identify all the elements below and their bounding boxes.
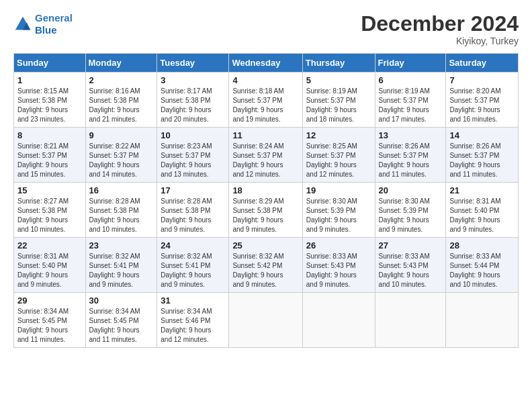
day-number: 8 [17, 130, 82, 140]
calendar-cell: 25Sunrise: 8:32 AMSunset: 5:42 PMDayligh… [229, 238, 302, 293]
day-number: 9 [89, 130, 154, 140]
calendar-cell: 15Sunrise: 8:27 AMSunset: 5:38 PMDayligh… [14, 183, 86, 238]
day-info: Sunrise: 8:17 AMSunset: 5:38 PMDaylight:… [161, 87, 225, 124]
day-info: Sunrise: 8:22 AMSunset: 5:37 PMDaylight:… [89, 142, 154, 179]
day-number: 16 [89, 185, 154, 195]
day-info: Sunrise: 8:25 AMSunset: 5:37 PMDaylight:… [306, 142, 371, 179]
calendar-cell: 30Sunrise: 8:34 AMSunset: 5:45 PMDayligh… [85, 293, 157, 348]
calendar-cell: 18Sunrise: 8:29 AMSunset: 5:38 PMDayligh… [229, 183, 302, 238]
day-number: 31 [161, 295, 225, 306]
day-info: Sunrise: 8:33 AMSunset: 5:44 PMDaylight:… [449, 252, 515, 289]
day-info: Sunrise: 8:34 AMSunset: 5:46 PMDaylight:… [161, 307, 225, 345]
calendar-cell: 4Sunrise: 8:18 AMSunset: 5:37 PMDaylight… [229, 73, 302, 128]
page: General Blue December 2024 Kiyikoy, Turk… [0, 0, 532, 411]
day-info: Sunrise: 8:31 AMSunset: 5:40 PMDaylight:… [449, 197, 515, 234]
column-header-thursday: Thursday [302, 54, 375, 73]
day-number: 3 [161, 75, 225, 85]
day-info: Sunrise: 8:19 AMSunset: 5:37 PMDaylight:… [306, 87, 371, 124]
day-number: 18 [232, 185, 298, 195]
day-number: 13 [379, 130, 443, 140]
column-header-friday: Friday [375, 54, 446, 73]
day-number: 27 [379, 240, 443, 250]
day-info: Sunrise: 8:32 AMSunset: 5:41 PMDaylight:… [89, 252, 154, 289]
calendar-cell [302, 293, 375, 348]
calendar-cell: 9Sunrise: 8:22 AMSunset: 5:37 PMDaylight… [85, 128, 157, 183]
calendar-cell: 29Sunrise: 8:34 AMSunset: 5:45 PMDayligh… [14, 293, 86, 348]
day-number: 4 [232, 75, 298, 85]
calendar-cell: 21Sunrise: 8:31 AMSunset: 5:40 PMDayligh… [446, 183, 519, 238]
column-header-saturday: Saturday [446, 54, 519, 73]
day-info: Sunrise: 8:27 AMSunset: 5:38 PMDaylight:… [17, 197, 82, 234]
day-info: Sunrise: 8:26 AMSunset: 5:37 PMDaylight:… [379, 142, 443, 179]
week-row-5: 29Sunrise: 8:34 AMSunset: 5:45 PMDayligh… [14, 293, 519, 348]
calendar-cell: 23Sunrise: 8:32 AMSunset: 5:41 PMDayligh… [85, 238, 157, 293]
day-number: 5 [306, 75, 371, 85]
day-info: Sunrise: 8:28 AMSunset: 5:38 PMDaylight:… [161, 197, 225, 234]
calendar-cell [446, 293, 519, 348]
column-header-tuesday: Tuesday [157, 54, 229, 73]
calendar-cell: 11Sunrise: 8:24 AMSunset: 5:37 PMDayligh… [229, 128, 302, 183]
week-row-3: 15Sunrise: 8:27 AMSunset: 5:38 PMDayligh… [14, 183, 519, 238]
day-number: 2 [89, 75, 154, 85]
day-number: 21 [449, 185, 515, 195]
calendar-cell: 3Sunrise: 8:17 AMSunset: 5:38 PMDaylight… [157, 73, 229, 128]
day-number: 23 [89, 240, 154, 250]
day-number: 12 [306, 130, 371, 140]
day-number: 10 [161, 130, 225, 140]
day-info: Sunrise: 8:33 AMSunset: 5:43 PMDaylight:… [306, 252, 371, 289]
day-number: 1 [17, 75, 82, 85]
calendar-cell: 16Sunrise: 8:28 AMSunset: 5:38 PMDayligh… [85, 183, 157, 238]
calendar-cell: 7Sunrise: 8:20 AMSunset: 5:37 PMDaylight… [446, 73, 519, 128]
month-title: December 2024 [361, 12, 519, 36]
day-info: Sunrise: 8:32 AMSunset: 5:41 PMDaylight:… [161, 252, 225, 289]
day-info: Sunrise: 8:19 AMSunset: 5:37 PMDaylight:… [379, 87, 443, 124]
day-info: Sunrise: 8:23 AMSunset: 5:37 PMDaylight:… [161, 142, 225, 179]
day-number: 26 [306, 240, 371, 250]
calendar-cell: 31Sunrise: 8:34 AMSunset: 5:46 PMDayligh… [157, 293, 229, 348]
day-info: Sunrise: 8:24 AMSunset: 5:37 PMDaylight:… [232, 142, 298, 179]
day-info: Sunrise: 8:34 AMSunset: 5:45 PMDaylight:… [89, 307, 154, 345]
calendar-cell: 10Sunrise: 8:23 AMSunset: 5:37 PMDayligh… [157, 128, 229, 183]
column-header-sunday: Sunday [14, 54, 86, 73]
day-info: Sunrise: 8:29 AMSunset: 5:38 PMDaylight:… [232, 197, 298, 234]
calendar-table: SundayMondayTuesdayWednesdayThursdayFrid… [13, 53, 519, 348]
title-block: December 2024 Kiyikoy, Turkey [361, 12, 519, 46]
week-row-2: 8Sunrise: 8:21 AMSunset: 5:37 PMDaylight… [14, 128, 519, 183]
day-info: Sunrise: 8:26 AMSunset: 5:37 PMDaylight:… [449, 142, 515, 179]
day-info: Sunrise: 8:16 AMSunset: 5:38 PMDaylight:… [89, 87, 154, 124]
day-number: 11 [232, 130, 298, 140]
day-number: 7 [449, 75, 515, 85]
calendar-cell: 19Sunrise: 8:30 AMSunset: 5:39 PMDayligh… [302, 183, 375, 238]
logo-icon [13, 15, 32, 34]
day-number: 6 [379, 75, 443, 85]
calendar-cell: 6Sunrise: 8:19 AMSunset: 5:37 PMDaylight… [375, 73, 446, 128]
day-info: Sunrise: 8:15 AMSunset: 5:38 PMDaylight:… [17, 87, 82, 124]
calendar-cell: 27Sunrise: 8:33 AMSunset: 5:43 PMDayligh… [375, 238, 446, 293]
day-info: Sunrise: 8:33 AMSunset: 5:43 PMDaylight:… [379, 252, 443, 289]
calendar-cell: 8Sunrise: 8:21 AMSunset: 5:37 PMDaylight… [14, 128, 86, 183]
calendar-cell: 17Sunrise: 8:28 AMSunset: 5:38 PMDayligh… [157, 183, 229, 238]
calendar-cell: 2Sunrise: 8:16 AMSunset: 5:38 PMDaylight… [85, 73, 157, 128]
calendar-cell: 14Sunrise: 8:26 AMSunset: 5:37 PMDayligh… [446, 128, 519, 183]
day-info: Sunrise: 8:21 AMSunset: 5:37 PMDaylight:… [17, 142, 82, 179]
calendar-cell: 13Sunrise: 8:26 AMSunset: 5:37 PMDayligh… [375, 128, 446, 183]
day-number: 17 [161, 185, 225, 195]
day-info: Sunrise: 8:32 AMSunset: 5:42 PMDaylight:… [232, 252, 298, 289]
day-number: 20 [379, 185, 443, 195]
calendar-cell: 24Sunrise: 8:32 AMSunset: 5:41 PMDayligh… [157, 238, 229, 293]
day-number: 25 [232, 240, 298, 250]
day-number: 14 [449, 130, 515, 140]
column-header-wednesday: Wednesday [229, 54, 302, 73]
day-number: 29 [17, 295, 82, 306]
column-header-monday: Monday [85, 54, 157, 73]
day-info: Sunrise: 8:28 AMSunset: 5:38 PMDaylight:… [89, 197, 154, 234]
calendar-cell: 28Sunrise: 8:33 AMSunset: 5:44 PMDayligh… [446, 238, 519, 293]
calendar-cell: 20Sunrise: 8:30 AMSunset: 5:39 PMDayligh… [375, 183, 446, 238]
calendar-cell [375, 293, 446, 348]
week-row-4: 22Sunrise: 8:31 AMSunset: 5:40 PMDayligh… [14, 238, 519, 293]
logo-text: General Blue [35, 12, 73, 36]
day-number: 24 [161, 240, 225, 250]
header: General Blue December 2024 Kiyikoy, Turk… [13, 12, 519, 46]
logo: General Blue [13, 12, 73, 36]
calendar-cell: 5Sunrise: 8:19 AMSunset: 5:37 PMDaylight… [302, 73, 375, 128]
